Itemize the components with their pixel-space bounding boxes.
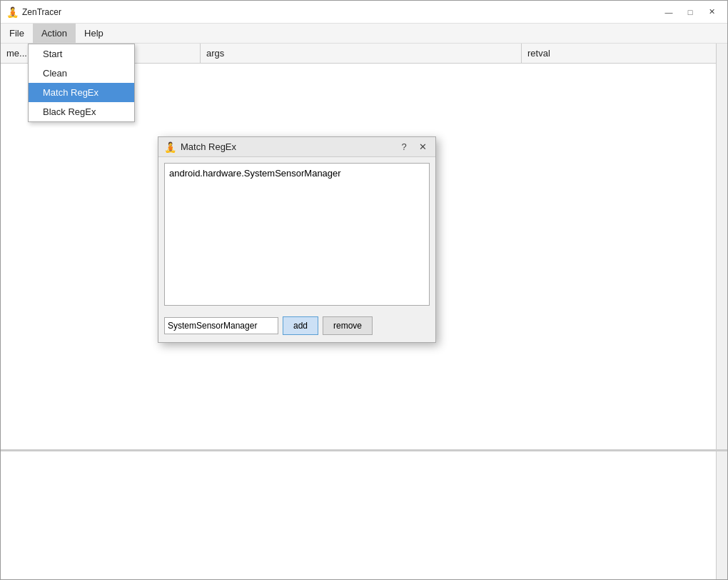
menu-help-label: Help — [84, 28, 103, 39]
action-dropdown-menu: Start Clean Match RegEx Black RegEx — [28, 44, 135, 122]
minimize-button[interactable]: — — [659, 4, 679, 20]
action-menu-match-regex[interactable]: Match RegEx — [29, 83, 134, 102]
dialog-title-left: 🧘 Match RegEx — [164, 141, 236, 153]
app-icon: 🧘 — [6, 6, 18, 18]
menu-item-action[interactable]: Action — [33, 24, 76, 43]
dialog-footer: add remove — [158, 314, 435, 342]
menu-bar: File Action Help Start Clean Match RegEx… — [1, 24, 727, 44]
window-controls: — □ ✕ — [659, 4, 722, 20]
regex-textarea[interactable] — [164, 163, 430, 306]
dialog-title-bar: 🧘 Match RegEx ? ✕ — [158, 137, 435, 157]
close-button[interactable]: ✕ — [702, 4, 722, 20]
menu-file-label: File — [9, 28, 24, 39]
menu-item-help[interactable]: Help — [76, 24, 112, 43]
regex-input-field[interactable] — [164, 317, 278, 334]
dialog-help-button[interactable]: ? — [397, 140, 411, 154]
menu-item-file[interactable]: File — [1, 24, 33, 43]
action-menu-clean[interactable]: Clean — [29, 64, 134, 83]
dialog-title-controls: ? ✕ — [397, 140, 430, 154]
menu-action-label: Action — [41, 28, 67, 39]
main-content: me... args retval 🧘 Match RegEx ? ✕ — [1, 44, 727, 579]
main-window: 🧘 ZenTracer — □ ✕ File Action Help Start… — [0, 0, 728, 580]
add-button[interactable]: add — [283, 316, 318, 335]
match-regex-dialog: 🧘 Match RegEx ? ✕ add re — [158, 136, 436, 343]
title-bar-left: 🧘 ZenTracer — [6, 6, 61, 18]
dialog-icon: 🧘 — [164, 141, 176, 153]
remove-button[interactable]: remove — [323, 316, 373, 335]
app-title: ZenTracer — [22, 7, 61, 17]
action-menu-black-regex[interactable]: Black RegEx — [29, 102, 134, 121]
action-menu-start[interactable]: Start — [29, 44, 134, 64]
dialog-close-button[interactable]: ✕ — [415, 140, 430, 154]
bottom-panel-scrollbar[interactable] — [716, 451, 727, 579]
bottom-panel — [1, 451, 727, 579]
title-bar: 🧘 ZenTracer — □ ✕ — [1, 1, 727, 24]
maximize-button[interactable]: □ — [680, 4, 700, 20]
dialog-body — [158, 157, 435, 314]
dialog-title-text: Match RegEx — [181, 141, 236, 152]
